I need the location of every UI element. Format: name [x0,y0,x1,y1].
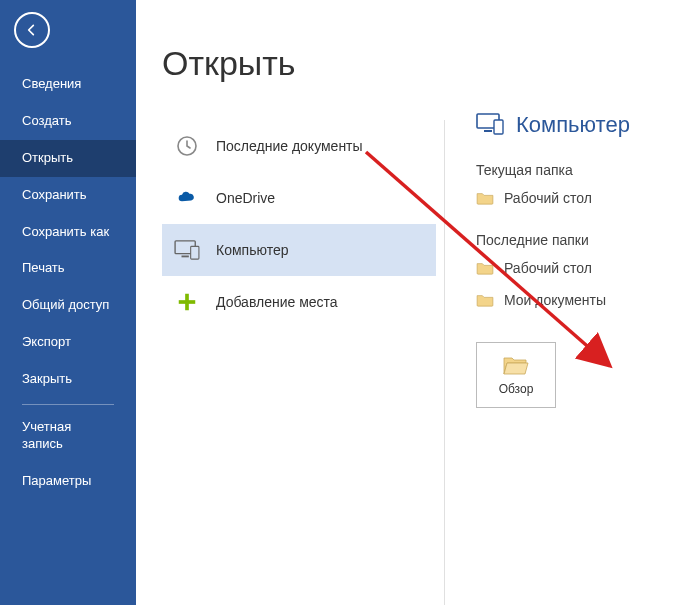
page-title: Открыть [162,44,695,83]
nav-label: Открыть [22,150,73,165]
nav-label: Параметры [22,473,91,488]
recent-folder-link[interactable]: Мои документы [476,288,685,320]
recent-folders-label: Последние папки [476,232,685,248]
nav-separator [22,404,114,405]
source-computer[interactable]: Компьютер [162,224,436,276]
nav-item-open[interactable]: Открыть [0,140,136,177]
nav-label: Экспорт [22,334,71,349]
nav-item-saveas[interactable]: Сохранить как [0,214,136,251]
svg-rect-8 [494,120,503,134]
detail-header: Компьютер [476,112,685,138]
detail-title: Компьютер [516,112,630,138]
folder-name: Мои документы [504,292,606,308]
browse-label: Обзор [499,382,534,396]
vertical-divider [444,120,445,605]
clock-icon [174,133,200,159]
computer-icon [174,237,200,263]
source-label: Последние документы [216,138,363,154]
nav-item-export[interactable]: Экспорт [0,324,136,361]
svg-rect-5 [179,300,196,304]
source-recent[interactable]: Последние документы [162,120,436,172]
source-label: Добавление места [216,294,338,310]
nav-item-share[interactable]: Общий доступ [0,287,136,324]
nav-label: Общий доступ [22,297,109,312]
cloud-icon [174,185,200,211]
svg-rect-7 [484,130,492,132]
folder-open-icon [502,354,530,376]
computer-detail-panel: Компьютер Текущая папка Рабочий стол Пос… [476,112,685,408]
nav-item-close[interactable]: Закрыть [0,361,136,398]
back-button[interactable] [14,12,50,48]
current-folder-link[interactable]: Рабочий стол [476,186,685,218]
folder-icon [476,261,494,275]
nav-item-save[interactable]: Сохранить [0,177,136,214]
nav-item-new[interactable]: Создать [0,103,136,140]
open-sources-list: Последние документы OneDrive Компьютер Д… [162,120,436,328]
folder-name: Рабочий стол [504,260,592,276]
svg-rect-2 [182,256,189,258]
nav-item-info[interactable]: Сведения [0,66,136,103]
folder-icon [476,293,494,307]
backstage-sidebar: Сведения Создать Открыть Сохранить Сохра… [0,0,136,605]
nav-item-account[interactable]: Учетная запись [0,409,136,463]
browse-button[interactable]: Обзор [476,342,556,408]
nav-item-options[interactable]: Параметры [0,463,136,500]
nav-label: Учетная запись [22,419,71,451]
source-onedrive[interactable]: OneDrive [162,172,436,224]
nav-label: Создать [22,113,71,128]
nav-label: Закрыть [22,371,72,386]
back-arrow-icon [24,22,40,38]
current-folder-label: Текущая папка [476,162,685,178]
nav-item-print[interactable]: Печать [0,250,136,287]
source-add-place[interactable]: Добавление места [162,276,436,328]
source-label: OneDrive [216,190,275,206]
nav-label: Сведения [22,76,81,91]
content-area: Открыть Последние документы OneDrive Ком… [136,0,695,605]
svg-rect-3 [191,246,199,259]
nav-label: Печать [22,260,65,275]
folder-name: Рабочий стол [504,190,592,206]
recent-folder-link[interactable]: Рабочий стол [476,256,685,288]
plus-icon [174,289,200,315]
nav-label: Сохранить [22,187,87,202]
source-label: Компьютер [216,242,288,258]
computer-icon [476,112,504,138]
nav-label: Сохранить как [22,224,109,239]
folder-icon [476,191,494,205]
